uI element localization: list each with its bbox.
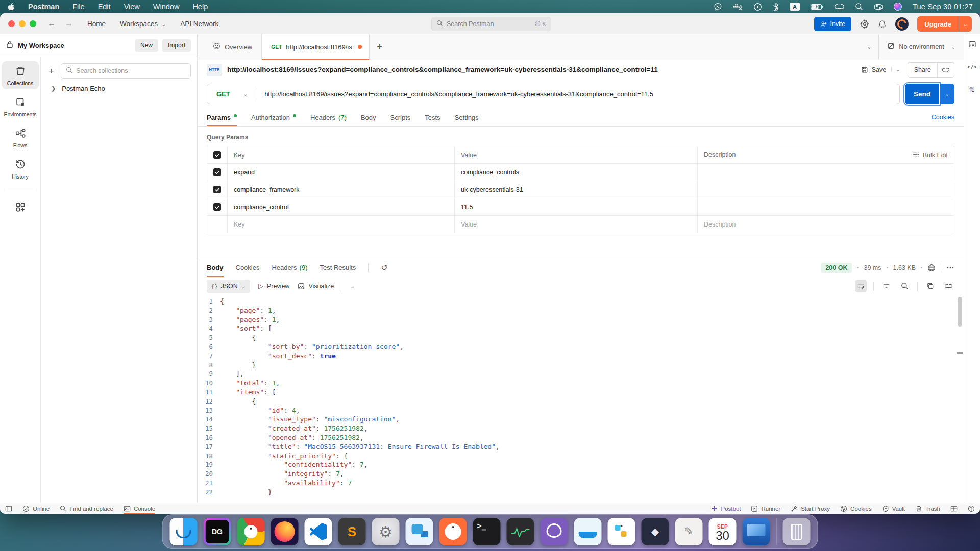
request-tab-settings[interactable]: Settings (455, 109, 479, 126)
statusbar-panel[interactable] (5, 503, 12, 514)
param-checkbox[interactable] (213, 186, 221, 193)
collections-search-input[interactable]: Search collections (61, 63, 191, 79)
minimize-window-button[interactable] (19, 20, 26, 27)
save-button[interactable]: Save ⌄ (861, 66, 900, 73)
dock-slack-icon[interactable] (608, 518, 635, 545)
dock-calendar-icon[interactable]: SEP30 (709, 518, 737, 545)
request-tab-authorization[interactable]: Authorization (251, 109, 296, 126)
param-description-placeholder[interactable]: Description (704, 221, 736, 228)
new-tab-button[interactable]: + (370, 34, 389, 60)
param-value[interactable]: uk-cyberessentials-31 (461, 186, 523, 193)
dock-sublime-icon[interactable]: S (338, 518, 366, 545)
viber-icon[interactable] (714, 3, 722, 11)
sidebar-more-tools-button[interactable] (2, 197, 39, 216)
method-selector[interactable]: GET ⌄ (207, 90, 257, 98)
param-key[interactable]: compliance_control (234, 204, 289, 211)
param-checkbox[interactable] (213, 168, 221, 176)
cookies-link[interactable]: Cookies (932, 114, 954, 121)
battery-icon[interactable] (811, 4, 824, 10)
settings-gear-icon[interactable] (860, 19, 869, 29)
param-checkbox[interactable] (213, 203, 221, 211)
response-tab-test-results[interactable]: Test Results (320, 258, 356, 277)
response-link-icon[interactable] (943, 280, 954, 292)
sidebar-item-environments[interactable]: Environments (2, 92, 39, 120)
filter-icon[interactable] (880, 280, 892, 292)
statusbar-help[interactable] (968, 505, 975, 512)
dock-finder-icon[interactable] (170, 518, 198, 545)
apple-menu-icon[interactable] (7, 3, 15, 11)
response-body-viewer[interactable]: 1{2"page": 1,3"pages": 1,4"sort": [5{6"s… (198, 295, 964, 503)
dock-notes-app-icon[interactable]: ✎ (675, 518, 703, 545)
dock-trash-icon[interactable] (783, 518, 811, 545)
statusbar-start-proxy[interactable]: Start Proxy (791, 505, 830, 512)
param-value-placeholder[interactable]: Value (461, 221, 477, 228)
response-tab-headers[interactable]: Headers(9) (272, 258, 307, 277)
send-options-chevron-icon[interactable]: ⌄ (939, 84, 954, 104)
menu-bar-clock[interactable]: Tue Sep 30 01:27 (913, 3, 973, 11)
dock-chrome-icon[interactable] (237, 518, 265, 545)
menu-help[interactable]: Help (192, 3, 208, 11)
copy-link-icon[interactable] (937, 63, 954, 77)
nav-workspaces[interactable]: Workspaces ⌄ (120, 20, 166, 28)
global-search-input[interactable]: Search Postman ⌘ K (431, 17, 551, 31)
statusbar-trash[interactable]: Trash (915, 505, 940, 512)
response-scrollbar[interactable] (958, 297, 962, 327)
siri-icon[interactable] (894, 3, 902, 11)
copy-response-icon[interactable] (924, 280, 936, 292)
code-snippet-icon[interactable]: </> (967, 64, 977, 70)
dock-display-icon[interactable] (743, 518, 770, 545)
input-source-icon[interactable]: A (790, 3, 800, 11)
visualize-toggle[interactable]: Visualize (298, 283, 334, 290)
response-format-selector[interactable]: { } JSON ⌄ (207, 280, 250, 293)
hotspot-icon[interactable] (835, 3, 844, 10)
wrap-text-icon[interactable] (855, 280, 867, 292)
statusbar-cookies[interactable]: Cookies (840, 505, 872, 512)
close-window-button[interactable] (8, 20, 15, 27)
user-avatar[interactable] (895, 17, 909, 31)
response-tab-body[interactable]: Body (207, 258, 224, 277)
statusbar-vault[interactable]: Vault (882, 505, 905, 512)
response-more-options-icon[interactable] (946, 264, 954, 272)
select-all-checkbox[interactable] (213, 151, 221, 159)
spotlight-icon[interactable] (855, 3, 863, 11)
save-options-chevron-icon[interactable]: ⌄ (891, 67, 900, 72)
network-globe-icon[interactable] (927, 264, 936, 272)
statusbar-console[interactable]: Console (124, 503, 155, 514)
statusbar-postbot[interactable]: Postbot (711, 505, 741, 512)
send-button[interactable]: Send (905, 84, 939, 104)
dock-activity-monitor-icon[interactable] (507, 518, 534, 545)
environment-selector[interactable]: No environment ⌄ (878, 34, 964, 60)
menu-app-name[interactable]: Postman (28, 3, 59, 11)
workspace-title[interactable]: My Workspace (18, 42, 64, 49)
bulk-edit-button[interactable]: Bulk Edit (913, 151, 948, 159)
response-size[interactable]: 1.63 KB (893, 264, 916, 271)
url-input[interactable]: http://localhost:8169/issues?expand=comp… (264, 90, 653, 98)
response-time[interactable]: 39 ms (864, 264, 881, 271)
response-history-icon[interactable]: ↺ (381, 263, 387, 272)
search-response-icon[interactable] (899, 280, 911, 292)
request-tab-body[interactable]: Body (361, 109, 376, 126)
sidebar-item-history[interactable]: History (2, 155, 39, 183)
dock-vscode-icon[interactable] (305, 518, 332, 545)
upgrade-button[interactable]: Upgrade ⌄ (917, 16, 972, 32)
docker-icon[interactable] (733, 3, 743, 11)
tab-request-active[interactable]: GET http://localhost:8169/is: (261, 34, 370, 60)
dock-postman-icon[interactable] (439, 518, 467, 545)
dock-docker-icon[interactable] (574, 518, 602, 545)
dock-dev-app-icon[interactable]: ◆ (642, 518, 669, 545)
param-value[interactable]: compliance_controls (461, 169, 519, 176)
notifications-bell-icon[interactable] (878, 20, 887, 29)
statusbar-online[interactable]: Online (22, 503, 50, 514)
share-button[interactable]: Share (908, 66, 937, 73)
request-tab-params[interactable]: Params (207, 109, 237, 126)
zoom-window-button[interactable] (30, 20, 36, 27)
preview-toggle[interactable]: ▷ Preview (258, 282, 289, 290)
response-tab-cookies[interactable]: Cookies (236, 258, 260, 277)
forward-icon[interactable]: → (65, 19, 73, 28)
nav-home[interactable]: Home (87, 20, 106, 28)
menu-window[interactable]: Window (153, 3, 180, 11)
menu-edit[interactable]: Edit (98, 3, 111, 11)
environment-quicklook-icon[interactable] (968, 40, 976, 48)
dock-terminal-icon[interactable]: >_ (473, 518, 501, 545)
collection-item-postman-echo[interactable]: ❯ Postman Echo (47, 79, 191, 92)
